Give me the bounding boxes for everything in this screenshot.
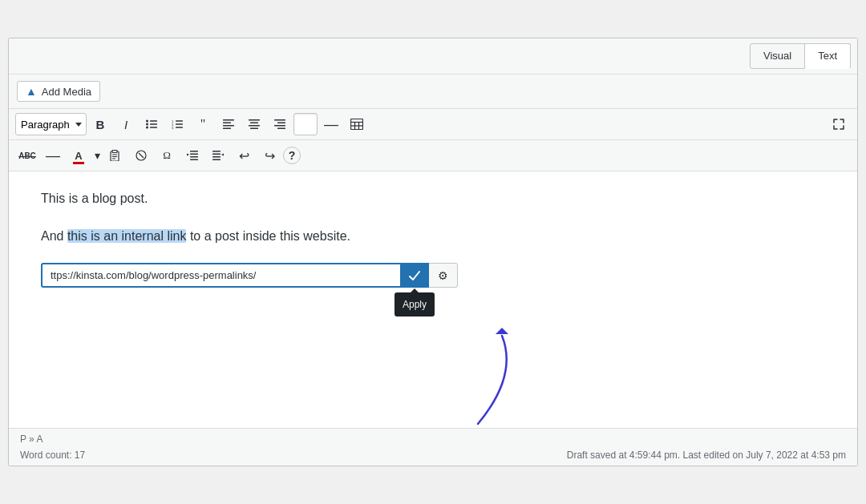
strikethrough-button[interactable]: ABC — [15, 144, 39, 167]
svg-point-0 — [146, 120, 148, 123]
paste-word-button[interactable] — [103, 144, 127, 167]
link-text-selected: this is an internal link — [67, 229, 187, 243]
bold-button[interactable]: B — [88, 113, 112, 135]
svg-rect-41 — [212, 154, 221, 155]
svg-point-4 — [146, 127, 148, 129]
svg-rect-38 — [190, 156, 198, 158]
svg-marker-44 — [496, 328, 508, 334]
indent-button[interactable] — [206, 144, 230, 167]
fullscreen-button[interactable] — [827, 113, 851, 135]
blockquote-button[interactable]: " — [191, 113, 215, 135]
tab-visual[interactable]: Visual — [750, 43, 805, 69]
svg-rect-36 — [190, 151, 198, 152]
status-bar-bottom: Word count: 17 Draft saved at 4:59:44 pm… — [9, 450, 857, 466]
svg-rect-9 — [176, 123, 183, 125]
outdent-button[interactable] — [180, 144, 204, 167]
align-left-button[interactable] — [216, 113, 241, 135]
word-count: Word count: 17 — [20, 450, 85, 461]
media-icon: ▲ — [26, 85, 37, 98]
italic-button[interactable]: I — [114, 113, 138, 135]
paragraph-format-select[interactable]: Paragraph — [15, 113, 87, 135]
special-chars-button[interactable]: Ω — [155, 144, 179, 167]
svg-line-35 — [139, 153, 144, 158]
apply-button-wrap: Apply — [400, 263, 429, 288]
editor-content[interactable]: This is a blog post. And this is an inte… — [9, 171, 857, 428]
clear-formatting-button[interactable] — [129, 144, 153, 167]
help-button[interactable]: ? — [283, 147, 301, 164]
svg-rect-24 — [351, 119, 363, 130]
add-media-label: Add Media — [42, 86, 91, 98]
paragraph-2-pre: And — [41, 229, 67, 243]
svg-rect-23 — [277, 128, 285, 130]
ordered-list-button[interactable]: 1. 2. 3. — [165, 113, 189, 135]
align-right-button[interactable] — [268, 113, 292, 135]
svg-rect-11 — [176, 127, 183, 128]
svg-rect-20 — [274, 119, 285, 121]
link-url-input[interactable] — [41, 263, 400, 288]
svg-rect-7 — [176, 120, 183, 122]
link-apply-button[interactable] — [400, 263, 429, 288]
editor-wrapper: Visual Text ▲ Add Media Paragraph B I — [8, 38, 858, 466]
paragraph-1-text: This is a blog post. — [41, 192, 148, 205]
svg-rect-40 — [212, 151, 221, 152]
svg-point-2 — [146, 123, 148, 126]
link-popup: Apply ⚙ — [41, 263, 458, 288]
svg-rect-42 — [212, 156, 221, 158]
svg-text:3.: 3. — [172, 126, 174, 130]
paragraph-2: And this is an internal link to a post i… — [41, 225, 825, 247]
apply-tooltip: Apply — [395, 292, 435, 317]
svg-rect-19 — [250, 128, 258, 130]
svg-rect-22 — [274, 125, 285, 127]
svg-rect-17 — [250, 123, 258, 124]
svg-rect-16 — [249, 119, 260, 121]
paragraph-1: This is a blog post. — [41, 187, 825, 209]
table-button[interactable] — [345, 113, 369, 135]
svg-rect-13 — [223, 123, 231, 124]
svg-rect-5 — [150, 127, 157, 128]
svg-rect-43 — [212, 159, 221, 161]
add-media-area: ▲ Add Media — [9, 75, 857, 109]
status-bar: P » A — [9, 428, 857, 450]
align-center-button[interactable] — [242, 113, 266, 135]
svg-rect-18 — [249, 125, 260, 127]
horizontal-rule-button[interactable]: — — [319, 113, 343, 135]
link-settings-button[interactable]: ⚙ — [429, 263, 458, 288]
svg-rect-1 — [150, 120, 157, 122]
tab-text[interactable]: Text — [804, 43, 851, 69]
svg-rect-14 — [223, 125, 234, 127]
svg-rect-37 — [190, 154, 198, 155]
svg-rect-30 — [112, 151, 117, 153]
text-color-dropdown-button[interactable]: ▾ — [92, 144, 102, 167]
add-media-button[interactable]: ▲ Add Media — [17, 81, 100, 102]
svg-rect-3 — [150, 123, 157, 125]
redo-button[interactable]: ↪ — [257, 144, 281, 167]
toolbar-row1: Paragraph B I 1. 2. 3. " — [9, 109, 857, 140]
paragraph-2-post: to a post inside this website. — [186, 229, 350, 243]
arrow-svg — [454, 328, 550, 432]
unordered-list-button[interactable] — [140, 113, 164, 135]
text-color-button[interactable]: A — [67, 144, 91, 167]
svg-rect-21 — [277, 123, 285, 124]
link-button[interactable] — [293, 113, 318, 135]
arrow-annotation — [454, 328, 550, 438]
svg-rect-15 — [223, 128, 231, 130]
view-mode-tabs: Visual Text — [9, 38, 857, 75]
draft-status: Draft saved at 4:59:44 pm. Last edited o… — [567, 450, 846, 461]
breadcrumb: P » A — [20, 433, 42, 445]
undo-button[interactable]: ↩ — [232, 144, 256, 167]
horizontal-rule2-button[interactable]: — — [41, 144, 65, 167]
svg-rect-12 — [223, 119, 234, 121]
toolbar-row2: ABC — A ▾ Ω — [9, 140, 857, 171]
svg-rect-39 — [190, 159, 198, 161]
